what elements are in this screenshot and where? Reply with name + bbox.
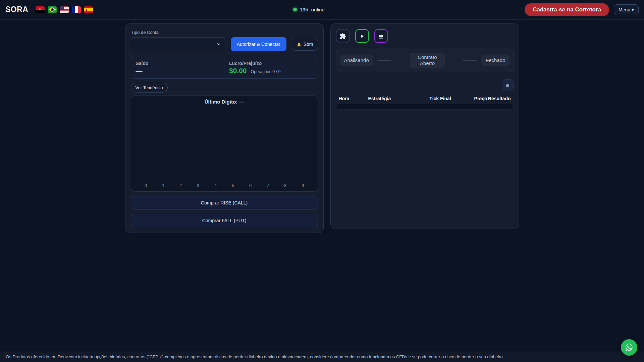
axis-tick: 8	[277, 183, 294, 188]
status-connector	[463, 60, 477, 61]
online-status: 195 online	[93, 7, 525, 12]
run-bot-button[interactable]	[355, 29, 369, 43]
brazil-flag-icon[interactable]	[48, 6, 57, 13]
status-contrato-aberto: Contrato Aberto	[410, 53, 445, 68]
balance-value: —	[136, 67, 220, 75]
buy-fall-button[interactable]: Comprar FALL (PUT)	[131, 214, 318, 227]
col-estrategia: Estratégia	[368, 96, 419, 101]
chevron-down-icon	[216, 42, 221, 47]
brand-logo: SORA	[5, 5, 28, 14]
online-dot-icon	[293, 8, 297, 11]
navbar: SORA 195 online Cadastra-se na Corretora…	[0, 0, 644, 19]
axis-tick: 6	[242, 183, 259, 188]
online-count: 195	[300, 7, 308, 12]
authorize-connect-button[interactable]: Autorizar & Conectar	[231, 37, 286, 51]
axis-tick: 1	[155, 183, 172, 188]
play-icon	[359, 33, 365, 39]
axis-tick: 3	[190, 183, 207, 188]
col-preco: Preço	[462, 96, 487, 101]
axis-tick: 0	[137, 183, 155, 188]
trade-history-table: Hora Estratégia Tick Final Preço Resulta…	[336, 94, 514, 110]
puzzle-icon	[339, 33, 346, 40]
spain-flag-icon[interactable]	[84, 6, 93, 13]
account-type-label: Tipo de Conta	[131, 30, 318, 35]
chart-x-axis: 0 1 2 3 4 5 6 7 8 9	[131, 181, 318, 191]
operations-count: Operações 0 / 0	[251, 69, 281, 74]
col-tick-final: Tick Final	[419, 96, 462, 101]
trading-panel: Tipo de Conta Autorizar & Conectar Som S…	[125, 23, 324, 233]
trade-history-header: Hora Estratégia Tick Final Preço Resulta…	[336, 94, 514, 104]
chart-plot-area	[131, 105, 318, 181]
axis-tick: 2	[172, 183, 190, 188]
contract-status-flow: Analisando Contrato Aberto Fechado	[336, 49, 514, 72]
status-fechado: Fechado	[481, 55, 509, 66]
chart-title: Último Dígito: —	[131, 96, 318, 105]
pnl-label: Lucro/Prejuízo	[229, 61, 313, 66]
view-trend-button[interactable]: Ver Tendência	[131, 83, 168, 93]
axis-tick: 9	[294, 183, 312, 188]
account-type-select[interactable]	[131, 37, 225, 51]
robot-icon	[378, 33, 384, 40]
whatsapp-fab-button[interactable]	[621, 339, 637, 356]
axis-tick: 4	[207, 183, 224, 188]
col-hora: Hora	[339, 96, 368, 101]
status-analisando: Analisando	[340, 55, 373, 66]
main-content: Tipo de Conta Autorizar & Conectar Som S…	[0, 23, 644, 233]
axis-tick: 5	[224, 183, 242, 188]
pnl-value: $0.00	[229, 67, 247, 75]
angola-flag-icon[interactable]	[36, 6, 45, 13]
risk-disclaimer-bar: ! Os Produtos oferecido em Deriv.com inc…	[0, 351, 644, 362]
clear-history-button[interactable]	[502, 79, 514, 91]
language-flags	[36, 6, 93, 13]
strategy-blocks-button[interactable]	[336, 29, 350, 43]
last-digit-chart: Último Dígito: — 0 1 2 3 4 5 6 7 8 9	[131, 96, 318, 192]
risk-disclaimer-text: ! Os Produtos oferecido em Deriv.com inc…	[3, 354, 504, 359]
status-connector	[378, 60, 392, 61]
signup-broker-button[interactable]: Cadastra-se na Corretora	[525, 3, 609, 16]
balance-label: Saldo	[136, 61, 220, 66]
sound-toggle-button[interactable]: Som	[292, 38, 318, 51]
bot-toolbar	[336, 29, 514, 43]
buy-rise-button[interactable]: Comprar RISE (CALL)	[131, 196, 318, 209]
france-flag-icon[interactable]	[72, 6, 81, 13]
whatsapp-icon	[625, 343, 634, 352]
col-resultado: Resultado	[487, 96, 511, 101]
trade-history-empty-row	[336, 104, 514, 110]
menu-button[interactable]: Menu ▾	[614, 4, 639, 15]
axis-tick: 7	[259, 183, 277, 188]
usa-flag-icon[interactable]	[60, 6, 69, 13]
online-label: online	[311, 7, 325, 12]
bell-icon	[297, 42, 302, 47]
bot-panel: Analisando Contrato Aberto Fechado Hora …	[330, 23, 519, 229]
bot-settings-button[interactable]	[374, 29, 388, 43]
trash-icon	[505, 83, 510, 88]
stats-box: Saldo — Lucro/Prejuízo $0.00 Operações 0…	[131, 57, 318, 79]
sound-label: Som	[304, 42, 313, 47]
